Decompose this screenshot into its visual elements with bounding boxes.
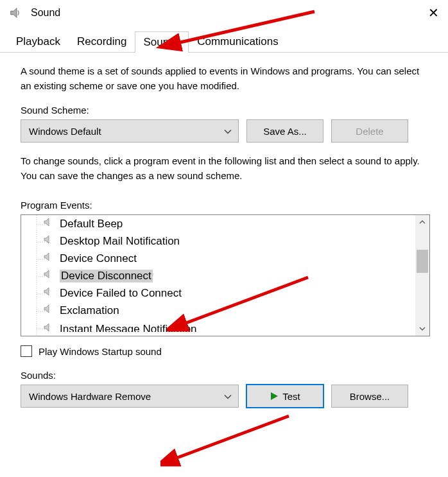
speaker-icon	[43, 322, 53, 332]
list-item-label: Desktop Mail Notification	[60, 235, 180, 248]
svg-marker-14	[44, 305, 49, 313]
scrollbar[interactable]	[415, 215, 429, 336]
speaker-icon	[43, 269, 53, 282]
svg-marker-0	[11, 8, 17, 18]
scheme-select[interactable]: Windows Default	[21, 119, 239, 143]
speaker-icon	[43, 286, 53, 300]
svg-marker-16	[271, 392, 278, 400]
scroll-up-button[interactable]	[415, 215, 429, 229]
list-item[interactable]: Instant Message Notification	[21, 320, 197, 332]
startup-checkbox[interactable]	[21, 345, 32, 357]
svg-marker-12	[44, 270, 49, 278]
sounds-label: Sounds:	[21, 370, 430, 381]
startup-checkbox-row[interactable]: Play Windows Startup sound	[21, 345, 430, 357]
speaker-icon	[43, 252, 53, 265]
svg-marker-15	[44, 324, 49, 331]
speaker-icon	[43, 304, 53, 317]
svg-marker-13	[44, 288, 49, 295]
list-item-label: Device Disconnect	[60, 270, 153, 282]
events-label: Program Events:	[21, 200, 430, 211]
chevron-down-icon	[224, 391, 232, 402]
list-item[interactable]: Default Beep	[21, 215, 415, 232]
startup-checkbox-label: Play Windows Startup sound	[39, 346, 162, 357]
tab-sounds[interactable]: Sounds	[135, 31, 189, 53]
list-item[interactable]: Device Failed to Connect	[21, 284, 415, 302]
list-item[interactable]: Desktop Mail Notification	[21, 232, 415, 250]
test-label: Test	[282, 391, 300, 402]
sounds-select[interactable]: Windows Hardware Remove	[21, 385, 239, 408]
speaker-icon	[43, 217, 53, 230]
sounds-value: Windows Hardware Remove	[29, 391, 151, 402]
list-item[interactable]: Device Disconnect	[21, 267, 415, 284]
list-item-label: Device Failed to Connect	[60, 287, 182, 300]
svg-line-19	[172, 416, 289, 460]
test-button[interactable]: Test	[246, 385, 323, 408]
window-title: Sound	[31, 7, 421, 19]
events-list: Default BeepDesktop Mail NotificationDev…	[21, 215, 415, 332]
scroll-thumb[interactable]	[417, 250, 428, 273]
events-listbox[interactable]: Default BeepDesktop Mail NotificationDev…	[21, 214, 430, 336]
list-item[interactable]: Exclamation	[21, 302, 415, 319]
list-item-label: Exclamation	[60, 304, 119, 317]
scheme-label: Sound Scheme:	[21, 105, 430, 116]
list-item-label: Device Connect	[60, 252, 137, 265]
tab-playback[interactable]: Playback	[8, 31, 69, 52]
sound-icon	[9, 6, 23, 20]
scheme-value: Windows Default	[29, 126, 101, 137]
list-item[interactable]: Device Connect	[21, 250, 415, 267]
scroll-down-button[interactable]	[415, 322, 429, 336]
tab-strip: Playback Recording Sounds Communications	[0, 31, 448, 53]
intro-text: A sound theme is a set of sounds applied…	[21, 64, 430, 93]
tab-communications[interactable]: Communications	[189, 31, 287, 52]
delete-button[interactable]: Delete	[331, 119, 408, 143]
svg-marker-9	[44, 218, 49, 226]
list-item-label: Default Beep	[60, 218, 123, 230]
browse-button[interactable]: Browse...	[331, 385, 408, 408]
svg-marker-11	[44, 253, 49, 261]
save-as-button[interactable]: Save As...	[246, 119, 323, 143]
play-icon	[270, 392, 279, 401]
speaker-icon	[43, 234, 53, 248]
titlebar: Sound ✕	[0, 0, 448, 26]
list-item-label: Instant Message Notification	[60, 323, 197, 333]
close-button[interactable]: ✕	[421, 5, 442, 21]
svg-marker-10	[44, 236, 49, 243]
chevron-down-icon	[224, 126, 232, 137]
change-text: To change sounds, click a program event …	[21, 154, 430, 183]
annotation-arrow-3	[160, 410, 302, 467]
tab-recording[interactable]: Recording	[69, 31, 135, 52]
tab-content: A sound theme is a set of sounds applied…	[0, 53, 448, 414]
